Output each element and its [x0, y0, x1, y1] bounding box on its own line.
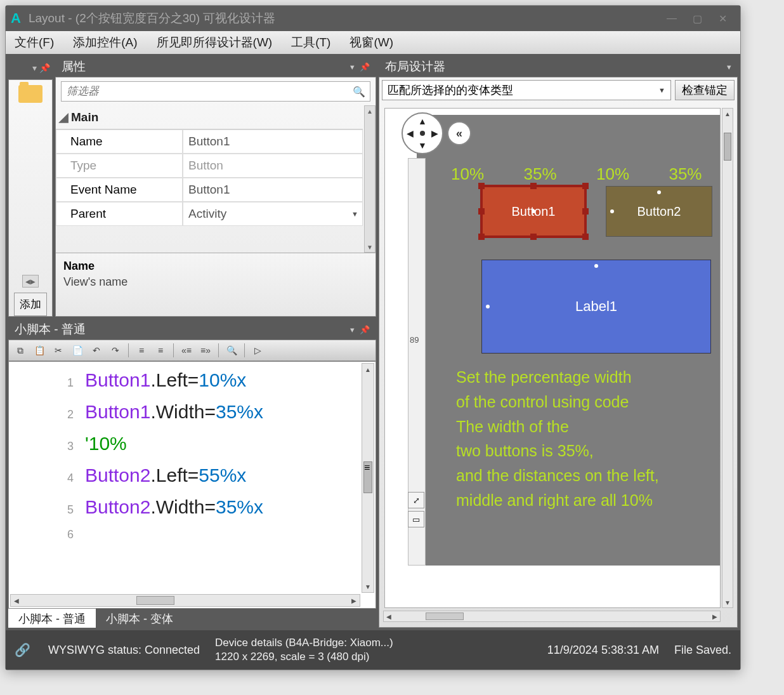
designer-header: 布局设计器 ▾ [379, 56, 738, 77]
tab-script-normal[interactable]: 小脚本 - 普通 [8, 609, 96, 628]
percent-labels: 10% 35% 10% 35% 10% [448, 164, 721, 183]
cut-icon[interactable]: ✂ [51, 343, 66, 358]
panel-pin-icon[interactable]: 📌 [360, 62, 370, 72]
properties-title: 属性 [62, 58, 86, 75]
clipboard-icon[interactable]: 📄 [70, 343, 85, 358]
left-top-row: ▾ 📌 ◀▶ 添加 属性 ▾ � [8, 56, 376, 317]
code-vscroll[interactable]: ▲≡▼ [362, 363, 374, 593]
menu-views[interactable]: 视窗(W) [346, 32, 397, 53]
script-title: 小脚本 - 普通 [15, 321, 86, 338]
collapse-icon[interactable]: ◢ [56, 110, 71, 124]
status-file-saved: File Saved. [674, 644, 731, 657]
menu-add-control[interactable]: 添加控件(A) [69, 32, 141, 53]
properties-grid: ◢ Main Name Button1 Type Button [56, 105, 376, 253]
run-icon[interactable]: ▷ [250, 343, 265, 358]
dropdown-icon[interactable]: ▾ [32, 63, 37, 73]
toolbox-body: ◀▶ 添加 [8, 79, 53, 317]
collapse-button[interactable]: « [447, 121, 471, 145]
app-icon: A [11, 10, 21, 27]
window-title: Layout - (2个按钮宽度百分之30) 可视化设计器 [29, 10, 659, 27]
properties-panel: 属性 ▾ 📌 🔍 [55, 56, 376, 317]
designer-hscroll[interactable]: ◀▶ [383, 611, 721, 622]
minimize-button[interactable]: — [659, 11, 684, 26]
ruler-buttons: ⤢ ▭ [408, 492, 426, 527]
script-panel: 小脚本 - 普通 ▾ 📌 ⧉ 📋 ✂ 📄 ↶ ↷ ≡ ≡ «≡ [8, 319, 376, 628]
folder-icon[interactable] [18, 85, 42, 103]
prop-row-name[interactable]: Name Button1 [56, 129, 363, 154]
designer-panel: 布局设计器 ▾ 匹配所选择的的变体类型 ▼ 检查锚定 [379, 56, 738, 628]
code-editor[interactable]: 1Button1.Left=10%x 2Button1.Width=35%x 3… [8, 361, 376, 609]
designer-body: 匹配所选择的的变体类型 ▼ 检查锚定 10% 35% 10% [379, 77, 738, 628]
connection-icon: 🔗 [15, 642, 30, 658]
script-header: 小脚本 - 普通 ▾ 📌 [8, 319, 376, 340]
device-details: Device details (B4A-Bridge: Xiaom...) 12… [215, 636, 393, 664]
app-window: A Layout - (2个按钮宽度百分之30) 可视化设计器 — ▢ ✕ 文件… [5, 5, 741, 670]
chevron-down-icon[interactable]: ▼ [351, 210, 358, 218]
panel-dropdown-icon[interactable]: ▾ [350, 62, 355, 72]
properties-header: 属性 ▾ 📌 [55, 56, 376, 77]
redo-icon[interactable]: ↷ [108, 343, 123, 358]
menu-wysiwyg[interactable]: 所见即所得设计器(W) [153, 32, 277, 53]
pan-control[interactable]: ▲▼◀▶ [402, 112, 443, 154]
menu-tools[interactable]: 工具(T) [287, 32, 334, 53]
pin-icon[interactable]: 📌 [39, 63, 50, 73]
chevron-down-icon: ▼ [658, 86, 665, 94]
prop-row-event-name[interactable]: Event Name Button1 [56, 178, 363, 202]
menubar: 文件(F) 添加控件(A) 所见即所得设计器(W) 工具(T) 视窗(W) [6, 31, 740, 54]
menu-file[interactable]: 文件(F) [11, 32, 58, 53]
overlay-text: Set the percentage width of the control … [456, 365, 721, 513]
tab-script-variant[interactable]: 小脚本 - 变体 [96, 609, 183, 628]
ruler-btn-1[interactable]: ⤢ [408, 492, 424, 508]
designer-vscroll[interactable]: ▲▼ [722, 108, 733, 608]
left-column: ▾ 📌 ◀▶ 添加 属性 ▾ � [8, 56, 376, 628]
ruler-btn-2[interactable]: ▭ [408, 511, 424, 527]
property-description: Name View's name [56, 253, 376, 316]
indent2-icon[interactable]: ≡» [198, 343, 213, 358]
status-datetime: 11/9/2024 5:38:31 AM [547, 644, 659, 657]
statusbar: 🔗 WYSIWYG status: Connected Device detai… [6, 630, 740, 670]
designer-title: 布局设计器 [385, 58, 445, 75]
add-button[interactable]: 添加 [14, 293, 47, 316]
toolbox-hscroll[interactable]: ◀▶ [22, 275, 39, 288]
filter-input[interactable] [61, 81, 370, 102]
panel-dropdown-icon[interactable]: ▾ [350, 325, 355, 334]
script-tabs: 小脚本 - 普通 小脚本 - 变体 [8, 609, 376, 628]
prop-row-type: Type Button [56, 154, 363, 178]
code-hscroll[interactable]: ◀▶ [10, 594, 360, 607]
content-area: ▾ 📌 ◀▶ 添加 属性 ▾ � [6, 54, 740, 630]
maximize-button[interactable]: ▢ [684, 11, 710, 26]
undo-icon[interactable]: ↶ [89, 343, 104, 358]
designer-toolbar: 匹配所选择的的变体类型 ▼ 检查锚定 [379, 77, 737, 103]
toolbox-header: ▾ 📌 [8, 56, 53, 79]
panel-pin-icon[interactable]: 📌 [360, 325, 370, 334]
design-label1[interactable]: Label1 [481, 260, 711, 354]
props-vscroll[interactable]: ▲ ▼ [364, 105, 376, 253]
toolbox-panel: ▾ 📌 ◀▶ 添加 [8, 56, 53, 317]
copy-icon[interactable]: ⧉ [13, 343, 28, 358]
panel-dropdown-icon[interactable]: ▾ [727, 62, 731, 72]
prop-group-main[interactable]: ◢ Main [56, 105, 363, 129]
outdent-icon[interactable]: ≡ [134, 343, 149, 358]
check-anchor-button[interactable]: 检查锚定 [675, 80, 735, 100]
properties-body: 🔍 ◢ Main Name Button [55, 77, 376, 317]
prop-row-parent[interactable]: Parent Activity▼ [56, 202, 363, 226]
phone-screen: 10% 35% 10% 35% 10% Button1 [417, 115, 721, 566]
search-icon[interactable]: 🔍 [353, 86, 365, 98]
filter-row: 🔍 [56, 77, 376, 105]
variant-combo[interactable]: 匹配所选择的的变体类型 ▼ [382, 80, 671, 100]
wysiwyg-status: WYSIWYG status: Connected [48, 644, 200, 657]
find-icon[interactable]: 🔍 [224, 343, 239, 358]
close-button[interactable]: ✕ [710, 11, 735, 26]
design-button2[interactable]: Button2 [606, 186, 712, 237]
phone-frame: 10% 35% 10% 35% 10% Button1 [396, 109, 721, 566]
paste-icon[interactable]: 📋 [32, 343, 47, 358]
designer-canvas-wrap: 10% 35% 10% 35% 10% Button1 [379, 103, 737, 627]
design-button1[interactable]: Button1 [480, 185, 587, 238]
designer-canvas[interactable]: 10% 35% 10% 35% 10% Button1 [384, 108, 721, 608]
script-toolbar: ⧉ 📋 ✂ 📄 ↶ ↷ ≡ ≡ «≡ ≡» 🔍 ▷ [8, 340, 376, 361]
indent-icon[interactable]: ≡ [153, 343, 168, 358]
titlebar: A Layout - (2个按钮宽度百分之30) 可视化设计器 — ▢ ✕ [6, 6, 740, 31]
dedent-icon[interactable]: «≡ [179, 343, 194, 358]
